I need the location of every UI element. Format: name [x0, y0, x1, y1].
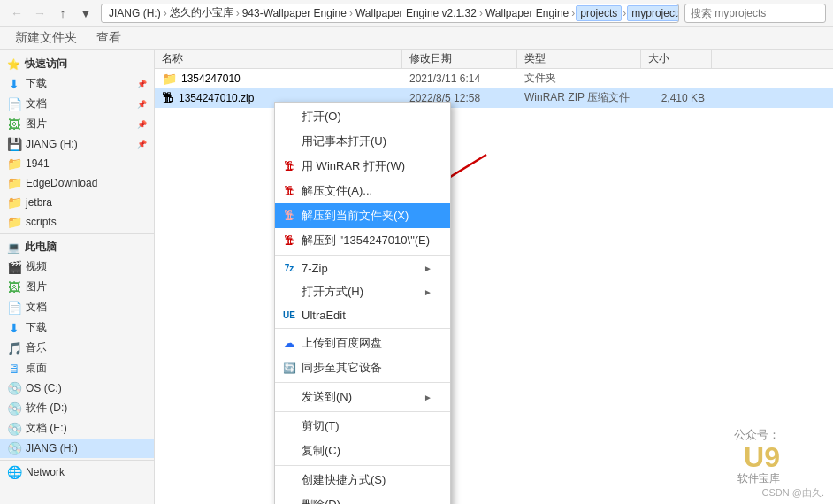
recent-button[interactable]: ▼	[76, 4, 96, 23]
col-header-date[interactable]: 修改日期	[402, 50, 517, 68]
sidebar-item-network[interactable]: 🌐 Network	[0, 462, 154, 482]
file-list-area: 名称 修改日期 类型 大小 📁 1354247010 2021/3/11 6:1…	[155, 50, 833, 504]
ctx-extract[interactable]: 🗜 解压文件(A)...	[275, 179, 450, 203]
view-button[interactable]: 查看	[88, 28, 129, 48]
sidebar-desktop-label: 桌面	[26, 361, 47, 376]
file-type-cell2: WinRAR ZIP 压缩文件	[517, 90, 641, 105]
sidebar-ddrive-label: 软件 (D:)	[26, 401, 67, 416]
folder-icon-scripts: 📁	[7, 215, 21, 229]
ctx-delete-icon	[282, 498, 296, 504]
ctx-delete-label: 删除(D)	[302, 497, 340, 504]
sidebar-item-download-label: 下载	[26, 76, 47, 91]
ctx-cut-label: 剪切(T)	[302, 418, 340, 434]
folder-icon-1941: 📁	[7, 157, 21, 171]
search-input[interactable]	[684, 4, 826, 23]
ctx-div5	[275, 465, 450, 466]
network-icon: 🌐	[7, 465, 21, 479]
ctx-ue-icon: UE	[282, 309, 296, 323]
download-icon: ⬇	[7, 77, 21, 91]
sidebar-item-video[interactable]: 🎬 视频	[0, 256, 154, 277]
ctx-sendto[interactable]: 发送到(N) ►	[275, 385, 450, 409]
ctx-delete[interactable]: 删除(D)	[275, 493, 450, 504]
addr-seg-1: 悠久的小宝库	[168, 5, 235, 20]
ctx-notepad-label: 用记事本打开(U)	[302, 134, 386, 149]
sidebar-item-desktop[interactable]: 🖥 桌面	[0, 358, 154, 378]
ctx-notepad-icon	[282, 134, 296, 149]
music-icon: 🎵	[7, 341, 21, 355]
ctx-openwith-label: 打开方式(H)	[302, 284, 363, 300]
forward-button[interactable]: →	[30, 4, 50, 23]
sidebar-item-doc-label: 文档	[26, 96, 47, 111]
e-drive-icon: 💿	[7, 422, 21, 436]
ctx-extract-to[interactable]: 🗜 解压到 "1354247010\"(E)	[275, 228, 450, 253]
sidebar-item-download[interactable]: ⬇ 下载 📌	[0, 73, 154, 94]
up-button[interactable]: ↑	[53, 4, 73, 23]
sidebar-divider1	[0, 233, 154, 234]
ctx-cut-icon	[282, 419, 296, 433]
ctx-extract-here[interactable]: 🗜 解压到当前文件夹(X)	[275, 203, 450, 228]
table-row[interactable]: 🗜 1354247010.zip 2022/8/5 12:58 WinRAR Z…	[155, 88, 833, 108]
file-size-cell2: 2,410 KB	[641, 92, 712, 104]
col-header-name[interactable]: 名称	[155, 50, 402, 68]
sidebar-item-scripts[interactable]: 📁 scripts	[0, 212, 154, 232]
sidebar-item-pictures[interactable]: 🖼 图片	[0, 277, 154, 297]
ctx-open[interactable]: 打开(O)	[275, 104, 450, 129]
sidebar-music-label: 音乐	[26, 340, 47, 355]
ctx-baidu[interactable]: ☁ 上传到百度网盘	[275, 331, 450, 355]
ctx-sendto-icon	[282, 390, 296, 404]
ctx-extract-label: 解压文件(A)...	[302, 183, 372, 199]
sidebar-item-edgedownload-label: EdgeDownload	[26, 177, 97, 189]
addr-seg-2: 943-Wallpaper Engine	[241, 7, 348, 19]
ctx-cut[interactable]: 剪切(T)	[275, 414, 450, 439]
ctx-7zip-label: 7-Zip	[302, 262, 328, 275]
sidebar-item-downloads[interactable]: ⬇ 下载	[0, 317, 154, 338]
sidebar-item-jiang-drive[interactable]: 💾 JIANG (H:) 📌	[0, 134, 154, 154]
sidebar-hdrive-label: JIANG (H:)	[26, 442, 78, 454]
sidebar-item-1941[interactable]: 📁 1941	[0, 154, 154, 173]
watermark-csdn: CSDN @由久.	[762, 486, 824, 500]
address-bar[interactable]: JIANG (H:) › 悠久的小宝库 › 943-Wallpaper Engi…	[101, 4, 679, 23]
sidebar-item-edrive[interactable]: 💿 文档 (E:)	[0, 418, 154, 439]
sidebar-video-label: 视频	[26, 259, 47, 274]
ctx-create-shortcut[interactable]: 创建快捷方式(S)	[275, 468, 450, 493]
ctx-openwith-arrow: ►	[424, 287, 432, 297]
sidebar-item-hdrive[interactable]: 💿 JIANG (H:)	[0, 439, 154, 458]
ctx-ultraedit[interactable]: UE UltraEdit	[275, 304, 450, 326]
sidebar-item-music[interactable]: 🎵 音乐	[0, 338, 154, 358]
file-list-body: 📁 1354247010 2021/3/11 6:14 文件夹 🗜 135424…	[155, 69, 833, 504]
file-type-cell: 文件夹	[517, 71, 641, 86]
table-row[interactable]: 📁 1354247010 2021/3/11 6:14 文件夹	[155, 69, 833, 88]
ctx-copy[interactable]: 复制(C)	[275, 439, 450, 463]
sidebar-divider2	[0, 460, 154, 461]
pin-icon3: 📌	[137, 120, 147, 129]
col-header-size[interactable]: 大小	[641, 50, 712, 68]
ctx-ue-label: UltraEdit	[302, 309, 346, 322]
sidebar-item-documents[interactable]: 📄 文档	[0, 297, 154, 317]
folder-icon-edge: 📁	[7, 176, 21, 190]
back-button[interactable]: ←	[7, 4, 27, 23]
file-name2: 1354247010.zip	[179, 92, 254, 104]
ctx-open-winrar[interactable]: 🗜 用 WinRAR 打开(W)	[275, 154, 450, 179]
doc-icon2: 📄	[7, 301, 21, 315]
sidebar-item-jetbra-label: jetbra	[26, 196, 52, 209]
sidebar-item-ddrive[interactable]: 💿 软件 (D:)	[0, 398, 154, 418]
sidebar-item-image[interactable]: 🖼 图片 📌	[0, 114, 154, 134]
d-drive-icon: 💿	[7, 401, 21, 416]
sidebar-item-edgedownload[interactable]: 📁 EdgeDownload	[0, 173, 154, 193]
sidebar-item-jetbra[interactable]: 📁 jetbra	[0, 193, 154, 212]
doc-icon: 📄	[7, 97, 21, 111]
ctx-open-notepad[interactable]: 用记事本打开(U)	[275, 129, 450, 154]
sidebar-item-osdrive[interactable]: 💿 OS (C:)	[0, 378, 154, 398]
pin-icon: 📌	[137, 80, 147, 88]
new-folder-button[interactable]: 新建文件夹	[7, 28, 85, 48]
ctx-7zip[interactable]: 7z 7-Zip ►	[275, 257, 450, 279]
col-header-type[interactable]: 类型	[517, 50, 641, 68]
sidebar-item-doc[interactable]: 📄 文档 📌	[0, 94, 154, 114]
ctx-open-with[interactable]: 打开方式(H) ►	[275, 279, 450, 304]
h-drive-icon: 💿	[7, 441, 21, 455]
addr-seg-0: JIANG (H:)	[107, 7, 163, 19]
ctx-open-icon	[282, 110, 296, 124]
this-pc-header[interactable]: 💻 此电脑	[0, 236, 154, 256]
ctx-sync[interactable]: 🔄 同步至其它设备	[275, 355, 450, 380]
ctx-extract-here-label: 解压到当前文件夹(X)	[302, 208, 409, 224]
